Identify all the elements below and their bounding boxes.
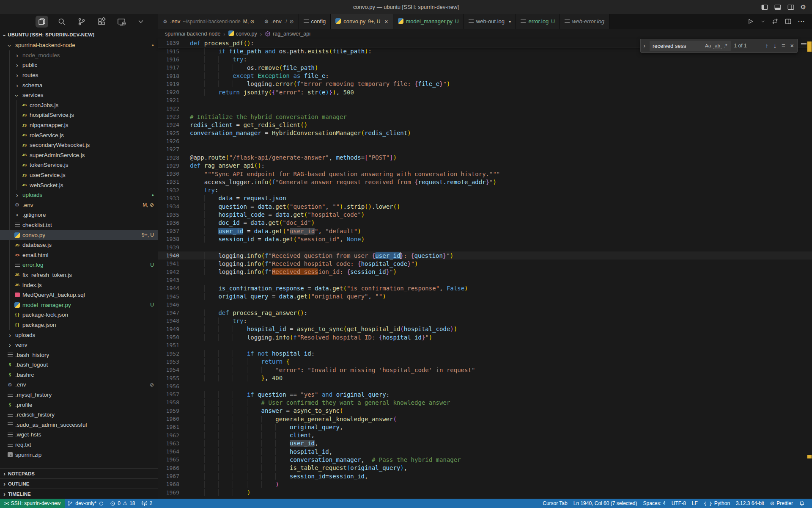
find-input[interactable] — [652, 42, 702, 50]
problems-item[interactable]: 0⚠18 — [107, 499, 138, 508]
line-number[interactable]: 1961 — [158, 424, 179, 430]
tab-model-manager-py[interactable]: model_manager.pyU — [393, 14, 464, 29]
line-number[interactable]: 1957 — [158, 391, 179, 398]
tree-item-secondarywebsocket-js[interactable]: JSsecondaryWebsocket.js — [0, 140, 158, 150]
code-line-1938[interactable]: 1938 session_id = data.get("session_id",… — [158, 235, 812, 243]
tree-item-checklist-txt[interactable]: checklist.txt — [0, 220, 158, 230]
code-line-1955[interactable]: 1955 }, 400 — [158, 374, 812, 382]
settings-gear-icon[interactable]: ⚙ — [801, 4, 806, 10]
code-line-1958[interactable]: 1958 # User confirmed they want a genera… — [158, 398, 812, 406]
line-number[interactable]: 1963 — [158, 440, 179, 447]
tree-item-package-json[interactable]: {}package.json — [0, 320, 158, 330]
code-line-1952[interactable]: 1952 if not hospital_id: — [158, 349, 812, 357]
prettier-item[interactable]: ⊘Prettier — [767, 499, 796, 508]
line-number[interactable]: 1917 — [158, 64, 179, 71]
tree-item-nlpqamapper-js[interactable]: JSnlpqamapper.js — [0, 120, 158, 130]
tree-item-bash-history[interactable]: .bash_history — [0, 350, 158, 360]
close-find-icon[interactable]: × — [790, 42, 794, 49]
close-tab-icon[interactable]: × — [384, 18, 388, 25]
line-number[interactable]: 1929 — [158, 163, 179, 169]
code-line-1953[interactable]: 1953 return { — [158, 358, 812, 366]
tree-item-uploads[interactable]: ›uploads — [0, 330, 158, 340]
code-line-1961[interactable]: 1961 original_query, — [158, 423, 812, 431]
line-number[interactable]: 1915 — [158, 48, 179, 55]
compare-changes-icon[interactable] — [772, 18, 778, 25]
line-number[interactable]: 1967 — [158, 473, 179, 479]
extensions-icon[interactable] — [95, 16, 108, 28]
search-icon[interactable] — [55, 16, 68, 28]
tab-config[interactable]: config — [299, 14, 331, 29]
notifications-bell-icon[interactable] — [796, 499, 808, 508]
line-number[interactable]: 1952 — [158, 351, 179, 357]
indentation-item[interactable]: Spaces: 4 — [640, 499, 668, 508]
tree-item-profile[interactable]: $.profile — [0, 400, 158, 410]
find-in-selection-icon[interactable]: ≡ — [782, 42, 785, 49]
code-line-1919[interactable]: 1919 logging.error(f"Error removing temp… — [158, 80, 812, 88]
run-python-file-button[interactable] — [747, 18, 754, 25]
more-editor-actions-icon[interactable]: ··· — [798, 18, 805, 25]
code-line-1967[interactable]: 1967 session_id=session_id, — [158, 472, 812, 480]
line-number[interactable]: 1959 — [158, 408, 179, 414]
tree-item-venv[interactable]: ›venv — [0, 340, 158, 350]
eol-item[interactable]: LF — [689, 499, 701, 508]
code-line-1934[interactable]: 1934 question = data.get("question", "")… — [158, 202, 812, 210]
code-line-1945[interactable]: 1945 original_query = data.get("original… — [158, 292, 812, 300]
tree-item-bashrc[interactable]: $.bashrc — [0, 370, 158, 380]
line-number[interactable]: 1918 — [158, 73, 179, 79]
tree-item-wget-hsts[interactable]: .wget-hsts — [0, 430, 158, 440]
line-number[interactable]: 1962 — [158, 432, 179, 439]
tree-item-convo-py[interactable]: convo.py9+, U — [0, 230, 158, 240]
line-number[interactable]: 1921 — [158, 97, 179, 103]
code-editor[interactable]: 1915 if file_path and os.path.exists(fil… — [158, 47, 812, 499]
line-number[interactable]: 1920 — [158, 89, 179, 95]
source-control-icon[interactable] — [75, 16, 88, 28]
tree-item-medqueryai-backup-sql[interactable]: MedQueryAI_backup.sql — [0, 290, 158, 300]
line-number[interactable]: 1924 — [158, 121, 179, 128]
line-number[interactable]: 1966 — [158, 465, 179, 471]
tree-item-mysql-history[interactable]: .mysql_history — [0, 390, 158, 400]
tree-item-index-js[interactable]: JSindex.js — [0, 280, 158, 290]
tree-item-rediscli-history[interactable]: .rediscli_history — [0, 410, 158, 420]
line-number[interactable]: 1955 — [158, 375, 179, 381]
tree-item-hospitalservice-js[interactable]: JShospitalService.js — [0, 110, 158, 120]
line-number[interactable]: 1950 — [158, 334, 179, 340]
line-number[interactable]: 1946 — [158, 301, 179, 308]
code-line-1956[interactable]: 1956 — [158, 382, 812, 390]
next-match-icon[interactable]: ↓ — [774, 42, 776, 49]
code-line-1944[interactable]: 1944 is_confirmation_response = data.get… — [158, 284, 812, 292]
tree-item-email-html[interactable]: <>email.html — [0, 250, 158, 260]
regex-icon[interactable]: .* — [723, 43, 729, 49]
line-number[interactable]: 1916 — [158, 56, 179, 63]
sidebar-section-timeline[interactable]: ›TIMELINE — [0, 489, 158, 499]
code-line-1937[interactable]: 1937 user_id = data.get("user_id", "defa… — [158, 227, 812, 235]
tree-item-package-lock-json[interactable]: {}package-lock.json — [0, 310, 158, 320]
line-number[interactable]: 1953 — [158, 359, 179, 365]
tree-item-schema[interactable]: ›schema — [0, 80, 158, 90]
code-line-1925[interactable]: 1925conversation_manager = HybridConvers… — [158, 129, 812, 137]
line-number[interactable]: 1839 — [158, 40, 179, 46]
line-number[interactable]: 1936 — [158, 220, 179, 226]
tree-item-fix-refresh-token-js[interactable]: JSfix_refresh_token.js — [0, 270, 158, 280]
code-line-1930[interactable]: 1930 """Sync API endpoint for RAG-based … — [158, 170, 812, 178]
line-number[interactable]: 1931 — [158, 179, 179, 185]
line-number[interactable]: 1937 — [158, 228, 179, 234]
tree-item-uploads[interactable]: ›uploads● — [0, 190, 158, 200]
code-line-1921[interactable]: 1921 — [158, 96, 812, 104]
code-line-1923[interactable]: 1923# Initialize the hybrid conversation… — [158, 113, 812, 121]
cursor-tab-item[interactable]: Cursor Tab — [540, 499, 570, 508]
tree-item-tokenservice-js[interactable]: JStokenService.js — [0, 160, 158, 170]
toggle-replace-icon[interactable]: › — [642, 42, 646, 49]
line-number[interactable]: 1954 — [158, 367, 179, 373]
code-line-1922[interactable]: 1922 — [158, 105, 812, 113]
explorer-section-header[interactable]: › UBUNTU [SSH: SPURRIN-DEV-NEW] — [0, 29, 158, 40]
encoding-item[interactable]: UTF-8 — [669, 499, 689, 508]
line-number[interactable]: 1935 — [158, 212, 179, 218]
split-editor-icon[interactable] — [785, 18, 791, 25]
line-number[interactable]: 1927 — [158, 146, 179, 152]
match-case-icon[interactable]: Aa — [704, 43, 712, 49]
tab-env[interactable]: ⚙.env./⊘ — [259, 14, 299, 29]
tree-item-websocket-js[interactable]: JSwebSocket.js — [0, 180, 158, 190]
code-line-1948[interactable]: 1948 try: — [158, 317, 812, 325]
python-interpreter-item[interactable]: 3.12.3 64-bit — [733, 499, 767, 508]
line-number[interactable]: 1965 — [158, 456, 179, 463]
